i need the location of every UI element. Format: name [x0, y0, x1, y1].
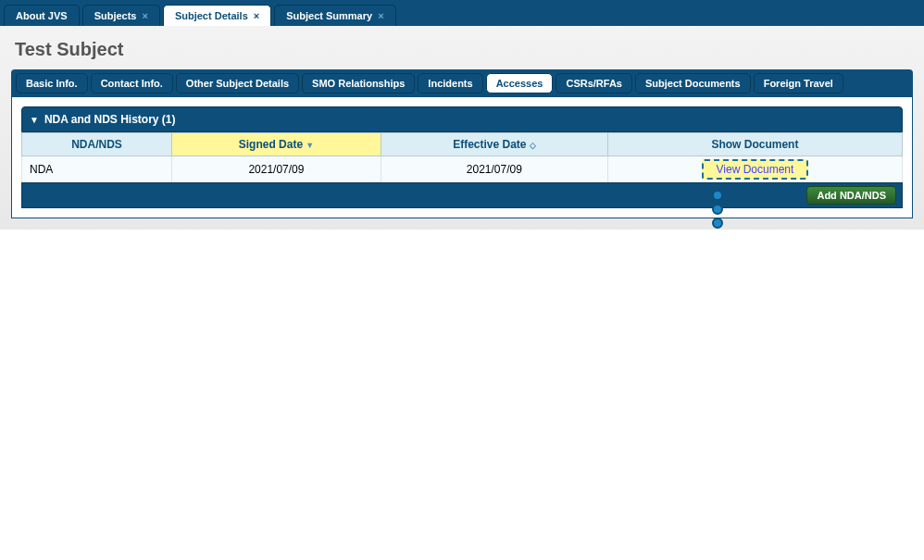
top-tabs: About JVS Subjects× Subject Details× Sub…	[0, 0, 924, 26]
nda-nds-table: NDA/NDS Signed Date▼ Effective Date◇ Sho…	[21, 132, 903, 182]
table-row: NDA 2021/07/09 2021/07/09 View Document	[22, 156, 903, 183]
sort-desc-icon: ▼	[306, 141, 314, 150]
tab-label: Subject Details	[175, 10, 248, 21]
tab-label: Subject Summary	[286, 10, 372, 21]
subtab-contact-info[interactable]: Contact Info.	[91, 73, 173, 93]
accordion-nda-nds-history[interactable]: ▼NDA and NDS History (1)	[21, 106, 903, 132]
subtab-basic-info[interactable]: Basic Info.	[16, 73, 88, 93]
subtab-other-details[interactable]: Other Subject Details	[176, 73, 299, 93]
page-title: Test Subject	[11, 31, 913, 69]
table-footer: Add NDA/NDS	[21, 182, 903, 208]
tab-label: About JVS	[16, 10, 68, 21]
col-effective-date[interactable]: Effective Date◇	[381, 133, 607, 156]
tab-label: Subjects	[94, 10, 137, 21]
col-label: Effective Date	[453, 138, 526, 151]
close-icon[interactable]: ×	[378, 10, 383, 21]
content-area: Test Subject Basic Info. Contact Info. O…	[0, 26, 924, 230]
col-label: NDA/NDS	[71, 138, 122, 151]
subtab-foreign-travel[interactable]: Foreign Travel	[754, 73, 843, 93]
view-document-link[interactable]: View Document	[711, 161, 800, 178]
cell-show-doc: View Document	[607, 156, 902, 183]
close-icon[interactable]: ×	[142, 10, 147, 21]
cell-signed: 2021/07/09	[172, 156, 381, 183]
caret-down-icon: ▼	[30, 115, 39, 125]
close-icon[interactable]: ×	[254, 10, 259, 21]
tab-about-jvs[interactable]: About JVS	[4, 5, 80, 26]
tab-subject-summary[interactable]: Subject Summary×	[274, 5, 395, 26]
subtab-csrs-rfas[interactable]: CSRs/RFAs	[556, 73, 632, 93]
col-label: Signed Date	[239, 138, 303, 151]
tab-subjects[interactable]: Subjects×	[82, 5, 160, 26]
subtab-incidents[interactable]: Incidents	[418, 73, 482, 93]
cell-effective: 2021/07/09	[381, 156, 607, 183]
col-signed-date[interactable]: Signed Date▼	[172, 133, 381, 156]
col-label: Show Document	[711, 138, 798, 151]
subtab-subject-documents[interactable]: Subject Documents	[635, 73, 751, 93]
sort-icon: ◇	[530, 141, 536, 150]
cell-type: NDA	[22, 156, 172, 183]
sub-tab-bar: Basic Info. Contact Info. Other Subject …	[11, 69, 913, 97]
col-nda-nds[interactable]: NDA/NDS	[22, 133, 172, 156]
col-show-document[interactable]: Show Document	[607, 133, 902, 156]
accesses-panel: ▼NDA and NDS History (1) NDA/NDS Signed …	[11, 97, 913, 218]
accordion-title: NDA and NDS History (1)	[44, 113, 176, 126]
subtab-smo-relationships[interactable]: SMO Relationships	[302, 73, 415, 93]
tab-subject-details[interactable]: Subject Details×	[163, 5, 271, 26]
view-document-highlight: View Document	[702, 159, 809, 180]
add-nda-nds-button[interactable]: Add NDA/NDS	[806, 186, 896, 205]
app-shell: About JVS Subjects× Subject Details× Sub…	[0, 0, 924, 230]
subtab-accesses[interactable]: Accesses	[486, 73, 554, 93]
